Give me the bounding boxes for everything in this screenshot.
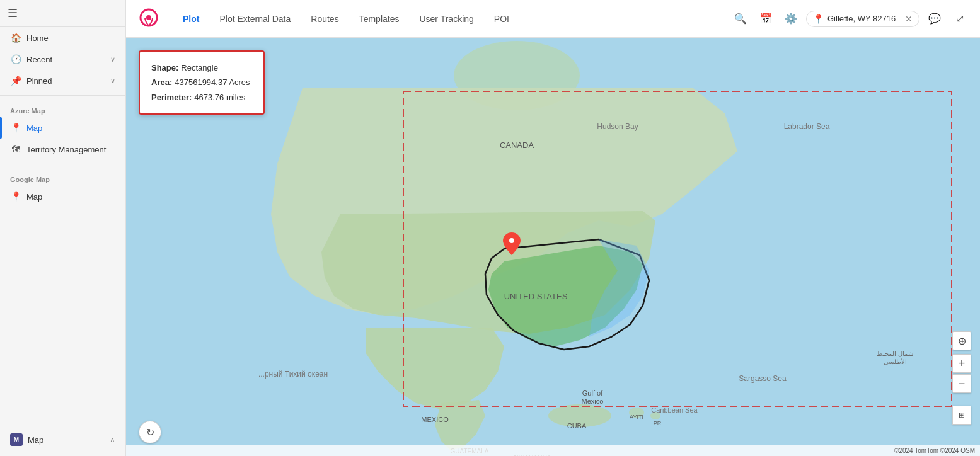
shape-label: Shape: — [151, 60, 178, 75]
sidebar-item-pinned-label: Pinned — [26, 76, 52, 86]
sidebar-item-home-label: Home — [26, 33, 49, 43]
svg-text:MEXICO: MEXICO — [421, 416, 449, 423]
nav-item-plot[interactable]: Plot — [174, 9, 208, 29]
sidebar-item-recent[interactable]: 🕐 Recent ∨ — [0, 48, 125, 70]
map-badge: M — [10, 433, 23, 446]
sidebar-item-home[interactable]: 🏠 Home — [0, 27, 125, 48]
svg-text:...рный Тихий океан: ...рный Тихий океан — [258, 370, 328, 379]
svg-text:الأطلسي: الأطلسي — [884, 358, 907, 365]
calendar-button[interactable]: 📅 — [756, 9, 776, 29]
svg-text:CUBA: CUBA — [567, 422, 587, 430]
location-icon: 📍 — [813, 14, 824, 24]
sidebar-item-azure-map[interactable]: 📍 Map — [0, 117, 125, 139]
svg-text:Sargasso Sea: Sargasso Sea — [739, 374, 787, 383]
svg-text:Gulf of: Gulf of — [582, 389, 603, 397]
logo-svg — [136, 6, 161, 31]
bottom-chevron-icon: ∧ — [110, 435, 115, 444]
nav-item-routes[interactable]: Routes — [302, 9, 347, 29]
chat-button[interactable]: 💬 — [925, 9, 945, 29]
perimeter-label: Perimeter: — [151, 90, 192, 105]
divider-1 — [0, 95, 125, 96]
google-map-pin-icon: 📍 — [10, 191, 21, 202]
section-google-map: Google Map — [0, 168, 125, 186]
refresh-button[interactable]: ↻ — [139, 421, 161, 443]
recent-icon: 🕐 — [10, 54, 21, 65]
map-copyright-bar: ©2024 TomTom ©2024 OSM — [126, 445, 980, 456]
logo — [136, 6, 161, 31]
sidebar-territory-label: Territory Management — [26, 145, 106, 154]
zoom-out-button[interactable]: − — [952, 374, 971, 393]
zoom-controls: ⊕ + − — [952, 331, 971, 393]
settings-button[interactable]: ⚙️ — [781, 9, 801, 29]
nav-item-poi[interactable]: POI — [485, 9, 518, 29]
svg-text:شمال المحيط: شمال المحيط — [877, 350, 913, 357]
bottom-map-left: M Map — [10, 433, 43, 446]
sidebar-item-pinned[interactable]: 📌 Pinned ∨ — [0, 70, 125, 91]
perimeter-value: 4673.76 miles — [194, 90, 245, 105]
home-icon: 🏠 — [10, 32, 21, 43]
svg-text:CANADA: CANADA — [500, 140, 534, 150]
search-button[interactable]: 🔍 — [730, 9, 751, 29]
divider-2 — [0, 164, 125, 164]
sidebar-item-google-map[interactable]: 📍 Map — [0, 186, 125, 207]
sidebar-item-recent-label: Recent — [26, 55, 52, 64]
nav-item-plot-external[interactable]: Plot External Data — [210, 9, 299, 29]
main-content: Plot Plot External Data Routes Templates… — [126, 0, 980, 456]
area-label: Area: — [151, 75, 172, 89]
territory-icon: 🗺 — [10, 144, 21, 155]
section-azure-map: Azure Map — [0, 100, 125, 117]
copyright-text: ©2024 TomTom ©2024 OSM — [894, 447, 975, 454]
expand-button[interactable]: ⤢ — [950, 9, 970, 29]
nav-item-templates[interactable]: Templates — [350, 9, 408, 29]
svg-text:Mexico: Mexico — [582, 397, 604, 405]
sidebar: ☰ 🏠 Home 🕐 Recent ∨ 📌 Pinned ∨ Azure Map… — [0, 0, 126, 456]
zoom-in-button[interactable]: + — [952, 354, 971, 373]
sidebar-azure-map-label: Map — [26, 123, 42, 133]
sidebar-bottom: M Map ∧ — [0, 423, 125, 456]
svg-text:Hudson Bay: Hudson Bay — [597, 122, 638, 131]
pin-icon: 📌 — [10, 75, 21, 86]
sidebar-item-territory-management[interactable]: 🗺 Territory Management — [0, 139, 125, 160]
hamburger-icon[interactable]: ☰ — [8, 6, 18, 20]
svg-point-1 — [146, 15, 151, 20]
svg-text:AYITI: AYITI — [630, 414, 643, 420]
bottom-map-item[interactable]: M Map ∧ — [0, 428, 125, 451]
svg-text:Labrador Sea: Labrador Sea — [784, 122, 830, 131]
location-text: Gillette, WY 82716 — [827, 14, 896, 23]
shape-info-popup: Shape: Rectangle Area: 437561994.37 Acre… — [139, 50, 265, 115]
nav-icons: 🔍 📅 ⚙️ 📍 Gillette, WY 82716 ✕ 💬 ⤢ — [730, 9, 970, 29]
shape-value: Rectangle — [181, 60, 218, 75]
sidebar-google-map-label: Map — [26, 192, 42, 202]
bottom-map-label: Map — [28, 435, 43, 445]
map-pin-icon: 📍 — [10, 122, 21, 134]
nav-item-user-tracking[interactable]: User Tracking — [410, 9, 482, 29]
sidebar-header: ☰ — [0, 0, 125, 27]
map-container[interactable]: CANADA UNITED STATES MEXICO GUATEMALA NI… — [126, 38, 980, 456]
topnav: Plot Plot External Data Routes Templates… — [126, 0, 980, 38]
svg-text:Caribbean Sea: Caribbean Sea — [651, 406, 698, 414]
locate-button[interactable]: ⊕ — [952, 331, 971, 350]
svg-text:UNITED STATES: UNITED STATES — [504, 292, 568, 301]
area-value: 437561994.37 Acres — [175, 75, 250, 89]
svg-point-10 — [509, 238, 514, 243]
map-thumbnail-button[interactable]: ⊞ — [952, 406, 971, 425]
clear-location-icon[interactable]: ✕ — [905, 14, 913, 24]
chevron-down-icon-pinned: ∨ — [110, 77, 115, 85]
chevron-down-icon: ∨ — [110, 55, 115, 64]
svg-text:PR: PR — [654, 420, 662, 426]
location-search-box[interactable]: 📍 Gillette, WY 82716 ✕ — [806, 11, 919, 27]
